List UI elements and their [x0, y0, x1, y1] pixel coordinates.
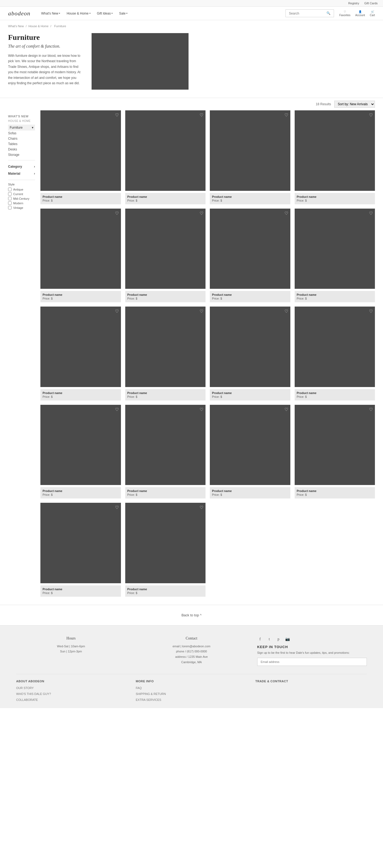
footer-collaborate[interactable]: COLLABORATE	[16, 697, 128, 703]
kit-title: KEEP IN TOUCH	[257, 645, 367, 649]
product-card[interactable]: ♡ Product name Price: $	[210, 405, 290, 499]
wishlist-heart-icon[interactable]: ♡	[115, 113, 119, 118]
product-image: ♡	[40, 405, 121, 485]
logo[interactable]: abodeon	[8, 10, 30, 17]
product-card[interactable]: ♡ Product name Price: $	[125, 209, 206, 303]
wishlist-heart-icon[interactable]: ♡	[115, 211, 119, 216]
wishlist-heart-icon[interactable]: ♡	[115, 505, 119, 510]
wishlist-heart-icon[interactable]: ♡	[200, 113, 203, 118]
product-card[interactable]: ♡ Product name Price: $	[125, 405, 206, 499]
footer-faq[interactable]: FAQ	[136, 685, 247, 691]
vintage-label[interactable]: Vintage	[13, 206, 23, 209]
wishlist-heart-icon[interactable]: ♡	[200, 505, 203, 510]
footer-who-dale[interactable]: WHO'S THIS DALE GUY?	[16, 691, 128, 697]
giftcards-link[interactable]: Gift Cards	[364, 2, 378, 5]
modern-checkbox[interactable]	[8, 201, 11, 205]
registry-link[interactable]: Registry	[348, 2, 359, 5]
wishlist-heart-icon[interactable]: ♡	[285, 407, 288, 412]
product-image: ♡	[40, 307, 121, 387]
product-price: Price: $	[297, 297, 373, 300]
sidebar-item-chairs[interactable]: Chairs	[8, 136, 35, 141]
antique-label[interactable]: Antique	[13, 188, 23, 191]
search-input[interactable]	[289, 11, 325, 16]
product-card[interactable]: ♡ Product name Price: $	[295, 209, 375, 303]
hero-text: Furniture The art of comfort & function.…	[8, 33, 84, 90]
twitter-icon[interactable]: t	[266, 636, 272, 642]
sidebar-item-furniture[interactable]: Furniture ▾	[8, 125, 35, 130]
sidebar-item-storage[interactable]: Storage	[8, 152, 35, 157]
footer-shipping[interactable]: SHIPPING & RETURN	[136, 691, 247, 697]
account-button[interactable]: 👤 Account	[355, 10, 365, 17]
facebook-icon[interactable]: f	[257, 636, 263, 642]
product-name: Product name	[127, 195, 204, 198]
chevron-down-icon: ▾	[112, 12, 113, 14]
product-card[interactable]: ♡ Product name Price: $	[295, 307, 375, 401]
product-card[interactable]: ♡ Product name Price: $	[125, 307, 206, 401]
breadcrumb-house-home[interactable]: House & Home	[29, 25, 49, 28]
current-checkbox[interactable]	[8, 192, 11, 196]
product-price: Price: $	[212, 395, 288, 398]
cart-button[interactable]: 🛒 Cart	[370, 10, 375, 17]
wishlist-heart-icon[interactable]: ♡	[285, 113, 288, 118]
wishlist-heart-icon[interactable]: ♡	[369, 113, 373, 118]
midcentury-checkbox[interactable]	[8, 197, 11, 200]
instagram-icon[interactable]: 📷	[285, 636, 291, 642]
product-card[interactable]: ♡ Product name Price: $	[40, 307, 121, 401]
sidebar-item-desks[interactable]: Desks	[8, 147, 35, 152]
nav-whats-new[interactable]: What's New ▾	[41, 11, 60, 16]
product-card[interactable]: ♡ Product name Price: $	[40, 209, 121, 303]
email-input[interactable]	[257, 658, 367, 666]
footer-our-story[interactable]: OUR STORY	[16, 685, 128, 691]
antique-checkbox[interactable]	[8, 188, 11, 191]
product-card[interactable]: ♡ Product name Price: $	[295, 405, 375, 499]
product-name: Product name	[42, 588, 119, 591]
vintage-checkbox[interactable]	[8, 206, 11, 209]
product-name: Product name	[127, 391, 204, 395]
chevron-down-icon: ▾	[59, 12, 60, 14]
hero-image	[92, 33, 188, 90]
wishlist-heart-icon[interactable]: ♡	[200, 211, 203, 216]
back-to-top[interactable]: Back to top ^	[0, 605, 383, 625]
wishlist-heart-icon[interactable]: ♡	[369, 211, 373, 216]
kit-desc: Sign up to be the first to hear Dale's f…	[257, 651, 367, 655]
breadcrumb-whats-new[interactable]: What's New	[8, 25, 24, 28]
filter-material[interactable]: Material ›	[8, 170, 35, 177]
favorites-button[interactable]: ♡ Favorites	[340, 10, 350, 17]
product-card[interactable]: ♡ Product name Price: $	[295, 110, 375, 204]
product-card[interactable]: ♡ Product name Price: $	[210, 307, 290, 401]
wishlist-heart-icon[interactable]: ♡	[115, 309, 119, 314]
product-card[interactable]: ♡ Product name Price: $	[40, 110, 121, 204]
sort-select[interactable]: Sort by: New Arrivals	[334, 101, 375, 108]
wishlist-heart-icon[interactable]: ♡	[285, 309, 288, 314]
product-card[interactable]: ♡ Product name Price: $	[125, 503, 206, 597]
filter-category[interactable]: Category ›	[8, 163, 35, 170]
product-card[interactable]: ♡ Product name Price: $	[210, 209, 290, 303]
nav-gift-ideas[interactable]: Gift Ideas ▾	[97, 11, 113, 16]
product-card[interactable]: ♡ Product name Price: $	[210, 110, 290, 204]
sidebar-item-tables[interactable]: Tables	[8, 141, 35, 147]
wishlist-heart-icon[interactable]: ♡	[115, 407, 119, 412]
wishlist-heart-icon[interactable]: ♡	[369, 407, 373, 412]
sidebar-item-sofas[interactable]: Sofas	[8, 130, 35, 136]
product-card[interactable]: ♡ Product name Price: $	[125, 110, 206, 204]
midcentury-label[interactable]: Mid-Century	[13, 197, 29, 200]
search-icon[interactable]: 🔍	[326, 11, 330, 16]
wishlist-heart-icon[interactable]: ♡	[200, 309, 203, 314]
pinterest-icon[interactable]: p	[275, 636, 282, 642]
modern-label[interactable]: Modern	[13, 202, 23, 205]
product-card[interactable]: ♡ Product name Price: $	[40, 503, 121, 597]
nav-house-home[interactable]: House & Home ▾	[66, 11, 90, 16]
nav-sale[interactable]: Sale ▾	[119, 11, 127, 16]
product-info: Product name Price: $	[295, 389, 375, 401]
product-name: Product name	[212, 293, 288, 296]
wishlist-heart-icon[interactable]: ♡	[369, 309, 373, 314]
wishlist-heart-icon[interactable]: ♡	[200, 407, 203, 412]
product-card[interactable]: ♡ Product name Price: $	[40, 405, 121, 499]
current-label[interactable]: Current	[13, 192, 23, 196]
hero-subtitle: The art of comfort & function.	[8, 44, 84, 49]
sidebar: What's New HOUSE & HOME Furniture ▾ Sofa…	[8, 110, 35, 597]
product-name: Product name	[212, 391, 288, 395]
product-info: Product name Price: $	[40, 487, 121, 498]
wishlist-heart-icon[interactable]: ♡	[285, 211, 288, 216]
footer-extra-services[interactable]: EXTRA SERVICES	[136, 697, 247, 703]
